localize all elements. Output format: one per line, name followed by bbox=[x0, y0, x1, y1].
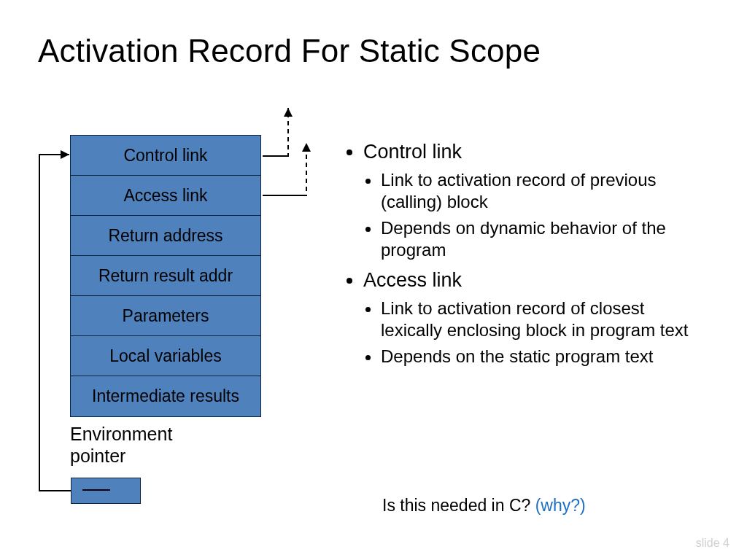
bullet-access-link: Access link bbox=[363, 268, 708, 293]
stack-row: Return result addr bbox=[71, 256, 260, 296]
slide-title: Activation Record For Static Scope bbox=[38, 33, 541, 69]
bullet-access-link-desc1: Link to activation record of closest lex… bbox=[381, 298, 708, 341]
stack-row: Access link bbox=[71, 176, 260, 216]
bullet-control-link-desc2: Depends on dynamic behavior of the progr… bbox=[381, 217, 708, 261]
question-why: (why?) bbox=[535, 496, 586, 515]
env-pointer-label: Environment pointer bbox=[70, 423, 172, 467]
bullet-content: Control link Link to activation record o… bbox=[344, 140, 708, 372]
stack-row: Local variables bbox=[71, 336, 260, 376]
slide: Activation Record For Static Scope Contr… bbox=[0, 0, 747, 560]
stack-row: Return address bbox=[71, 216, 260, 256]
bullet-control-link: Control link bbox=[363, 140, 708, 165]
env-pointer-bar bbox=[82, 489, 110, 491]
activation-record-stack: Control link Access link Return address … bbox=[70, 135, 261, 417]
env-line2: pointer bbox=[70, 446, 125, 466]
env-pointer-box bbox=[71, 478, 141, 504]
stack-row: Intermediate results bbox=[71, 376, 260, 416]
stack-row: Control link bbox=[71, 136, 260, 176]
slide-number: slide 4 bbox=[696, 537, 729, 550]
bullet-access-link-desc2: Depends on the static program text bbox=[381, 346, 708, 368]
stack-row: Parameters bbox=[71, 296, 260, 336]
question-main: Is this needed in C? bbox=[382, 496, 535, 515]
bullet-control-link-desc1: Link to activation record of previous (c… bbox=[381, 169, 708, 213]
env-line1: Environment bbox=[70, 424, 172, 444]
question-text: Is this needed in C? (why?) bbox=[382, 496, 586, 516]
